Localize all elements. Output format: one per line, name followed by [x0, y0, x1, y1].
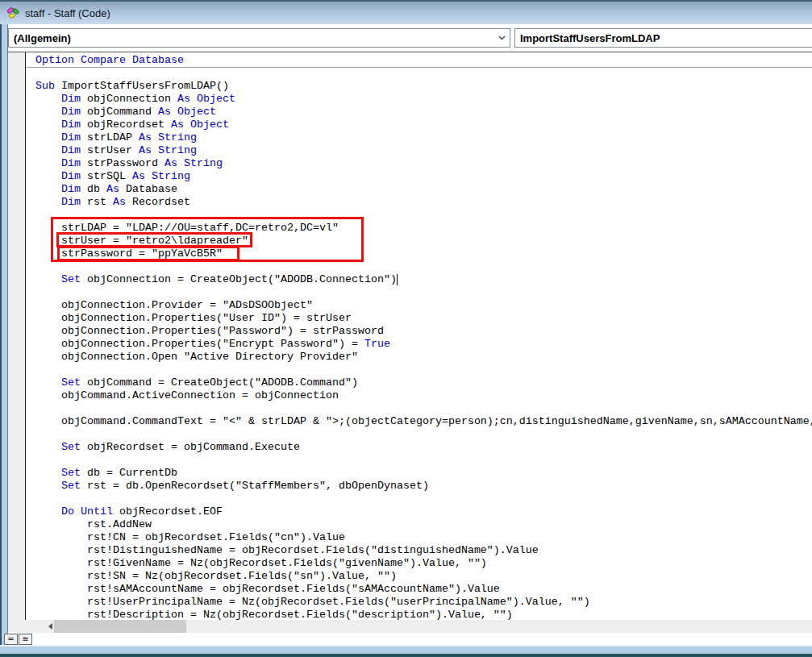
code-line: objConnection.Properties("Encrypt Passwo… — [35, 338, 812, 351]
chevron-down-icon[interactable] — [494, 30, 509, 46]
code-line: rst.AddNew — [35, 518, 812, 531]
code-line: Dim strPassword As String — [35, 157, 812, 170]
code-line: Dim strUser As String — [35, 144, 812, 157]
object-dropdown[interactable]: (Allgemein) — [8, 28, 510, 48]
code-line: rst!CN = objRecordset.Fields("cn").Value — [35, 531, 812, 544]
window-title: staff - Staff (Code) — [25, 7, 110, 19]
horizontal-scrollbar[interactable] — [16, 620, 812, 633]
code-line: Set db = CurrentDb — [35, 467, 812, 480]
code-line: objConnection.Properties("User ID") = st… — [35, 312, 812, 325]
code-line: Sub ImportStaffUsersFromLDAP() — [35, 80, 812, 93]
code-line: rst!DistinguishedName = objRecordset.Fie… — [35, 544, 812, 557]
code-line: rst!sAMAccountName = objRecordset.Fields… — [35, 583, 812, 596]
code-line: Dim objCommand As Object — [35, 106, 812, 119]
code-line: rst!GivenName = Nz(objRecordset.Fields("… — [35, 557, 812, 570]
full-module-view-button[interactable]: ≡ — [19, 634, 32, 645]
code-line: Do Until objRecordset.EOF — [35, 505, 812, 518]
code-line: Dim objConnection As Object — [35, 93, 812, 106]
code-line: Set objConnection = CreateObject("ADODB.… — [35, 273, 812, 286]
code-line: objConnection.Provider = "ADsDSOObject" — [35, 299, 812, 312]
scrollbar-thumb[interactable] — [54, 620, 186, 633]
code-line: Option Compare Database — [35, 54, 812, 67]
code-line: Dim db As Database — [35, 183, 812, 196]
code-line: objConnection.Open "Active Directory Pro… — [35, 351, 812, 364]
code-line: Dim strLDAP As String — [35, 131, 812, 144]
code-line: rst!UserPrincipalName = Nz(objRecordset.… — [35, 596, 812, 609]
code-line: Set rst = db.OpenRecordset("StaffMembers… — [35, 480, 812, 493]
code-line — [35, 286, 812, 299]
margin-indicator-bar[interactable] — [8, 52, 26, 632]
title-bar[interactable]: staff - Staff (Code) — [0, 0, 812, 24]
object-dropdown-value: (Allgemein) — [14, 32, 71, 44]
code-line: objCommand.ActiveConnection = objConnect… — [35, 389, 812, 402]
procedure-separator — [27, 67, 812, 80]
code-editor-pane[interactable]: Option Compare DatabaseSub ImportStaffUs… — [8, 52, 812, 632]
code-line: objConnection.Properties("Password") = s… — [35, 325, 812, 338]
code-line — [35, 402, 812, 415]
code-line: Dim rst As Recordset — [35, 196, 812, 209]
code-line: Set objRecordset = objCommand.Execute — [35, 441, 812, 454]
procedure-dropdown-value: ImportStaffUsersFromLDAP — [520, 32, 660, 44]
code-line — [35, 209, 812, 222]
code-line — [35, 260, 812, 273]
client-area: (Allgemein) ImportStaffUsersFromLDAP Opt… — [7, 24, 812, 645]
vbe-code-window: staff - Staff (Code) (Allgemein) ImportS… — [0, 0, 812, 657]
code-line: Dim strSQL As String — [35, 170, 812, 183]
code-line — [35, 493, 812, 505]
code-text[interactable]: Option Compare DatabaseSub ImportStaffUs… — [27, 52, 812, 632]
text-caret — [397, 274, 398, 285]
code-line: strLDAP = "LDAP://OU=staff,DC=retro2,DC=… — [35, 222, 812, 235]
code-line — [35, 428, 812, 441]
procedure-dropdown[interactable]: ImportStaffUsersFromLDAP — [514, 28, 812, 48]
dropdown-row: (Allgemein) ImportStaffUsersFromLDAP — [8, 24, 812, 52]
window-frame-bottom — [0, 645, 812, 657]
code-line: Dim objRecordset As Object — [35, 119, 812, 131]
code-line — [35, 364, 812, 376]
code-line: rst!SN = Nz(objRecordset.Fields("sn").Va… — [35, 570, 812, 583]
code-line — [35, 454, 812, 467]
code-line: objCommand.CommandText = "<" & strLDAP &… — [35, 415, 812, 428]
vba-code-icon — [6, 6, 20, 19]
code-line: strUser = "retro2\ldapreader" — [35, 235, 812, 247]
code-line: strPassword = "ppYaVcB5R" — [35, 247, 812, 260]
procedure-view-button[interactable]: = — [4, 634, 18, 645]
code-line: Set objCommand = CreateObject("ADODB.Com… — [35, 376, 812, 389]
